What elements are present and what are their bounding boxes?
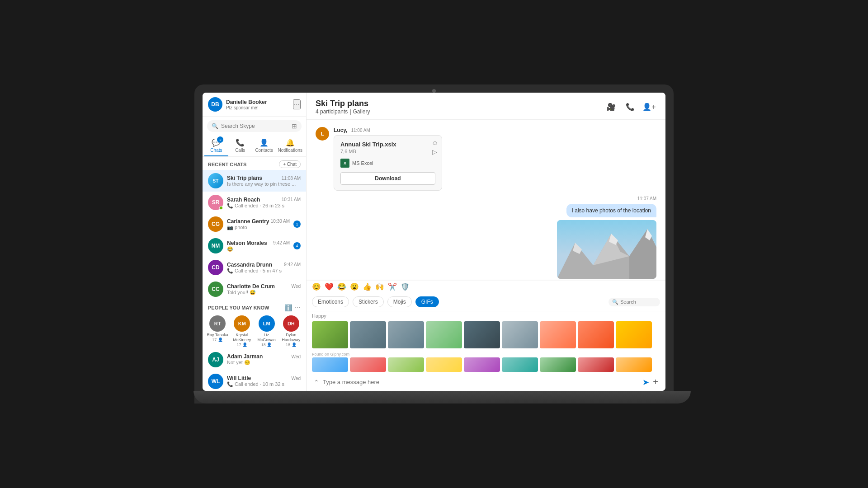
search-input[interactable] [221, 123, 289, 129]
header-actions: 🎥 📞 👤+ [604, 100, 656, 114]
people-label: PEOPLE YOU MAY KNOW [208, 305, 269, 310]
gif-item-sm-2[interactable] [350, 357, 386, 372]
chat-item-adam-jarman[interactable]: AJ Adam Jarman Wed Not yet 😔 [203, 349, 306, 371]
chat-item-ski-trip[interactable]: ST Ski Trip plans 11:08 AM Is there any … [203, 170, 306, 192]
user-avatar: DB [208, 97, 222, 112]
audio-call-button[interactable]: 📞 [623, 100, 637, 114]
reaction-heart[interactable]: ❤️ [325, 282, 334, 291]
message-input-area: ⌃ ➤ + [307, 373, 665, 391]
reaction-laugh[interactable]: 😂 [337, 282, 346, 291]
people-more-icon[interactable]: ··· [295, 304, 301, 312]
tab-mojis[interactable]: Mojis [387, 296, 412, 307]
tab-chats[interactable]: 💬 2 Chats [204, 136, 228, 156]
chat-item-charlotte-de-crum[interactable]: CC Charlotte De Crum Wed Told you!! 😅 [203, 278, 306, 300]
reaction-smiley[interactable]: 😊 [312, 282, 321, 291]
reaction-scissors[interactable]: ✂️ [388, 282, 397, 291]
grid-icon[interactable]: ⊞ [292, 122, 297, 130]
gif-item-sm-7[interactable] [540, 357, 576, 372]
gif-item-sm-9[interactable] [616, 357, 652, 372]
gif-item-9[interactable] [616, 321, 652, 348]
chat-item-nelson-morales[interactable]: NM Nelson Morales 9:42 AM 😂 4 [203, 235, 306, 257]
lucy-avatar: L [316, 127, 329, 141]
gif-search-input[interactable] [620, 299, 656, 305]
gif-item-sm-3[interactable] [388, 357, 424, 372]
gif-item-sm-1[interactable] [312, 357, 348, 372]
gif-item-6[interactable] [502, 321, 538, 348]
people-grid: RT Ray Tanaka 17 👤 KM Krystal McKinney 1… [203, 314, 306, 349]
video-call-button[interactable]: 🎥 [604, 100, 618, 114]
reaction-clap[interactable]: 🙌 [375, 282, 384, 291]
gifs-label: GIFs [421, 299, 433, 305]
sent-bubble: I also have photos of the location [566, 204, 656, 217]
tab-contacts[interactable]: 👤 Contacts [252, 136, 276, 156]
message-input[interactable] [323, 379, 639, 385]
tab-calls[interactable]: 📞 Calls [228, 136, 252, 156]
gif-item-8[interactable] [578, 321, 614, 348]
emoji-panel: 😊 ❤️ 😂 😮 👍 🙌 ✂️ 🛡️ Emoticons [307, 280, 665, 373]
chat-time-nelson-morales: 9:42 AM [273, 240, 290, 245]
gif-item-sm-5[interactable] [464, 357, 500, 372]
tab-notifications[interactable]: 🔔 Notifications [276, 136, 304, 156]
chat-avatar-ski-trip: ST [208, 173, 223, 188]
download-button[interactable]: Download [340, 172, 435, 185]
person-krystal-mckinney[interactable]: KM Krystal McKinney 17 👤 [231, 315, 253, 347]
forward-button[interactable]: ▷ [432, 148, 438, 155]
emoticons-label: Emoticons [318, 299, 343, 305]
chat-preview-sarah-roach: 📞 Call ended · 26 m 23 s [227, 203, 301, 209]
person-count-dylan-hardaway: 18 👤 [286, 343, 297, 347]
stickers-label: Stickers [359, 299, 378, 305]
webcam [432, 89, 436, 93]
file-app-name: MS Excel [352, 160, 373, 166]
reaction-thumbsup[interactable]: 👍 [363, 282, 372, 291]
chat-name-nelson-morales: Nelson Morales [227, 240, 267, 246]
gif-item-4[interactable] [426, 321, 462, 348]
chat-item-will-little[interactable]: WL Will Little Wed 📞 Call ended · 10 m 3… [203, 371, 306, 391]
person-ray-tanaka[interactable]: RT Ray Tanaka 17 👤 [206, 315, 229, 347]
file-app-row: X MS Excel [340, 159, 435, 168]
lucy-message-content: Lucy, 11:00 AM Annual Ski Trip.xslx 7,6 … [334, 127, 656, 191]
gif-item-sm-6[interactable] [502, 357, 538, 372]
gif-grid-row2 [307, 357, 665, 373]
chat-item-cassandra-drunn[interactable]: CD Cassandra Drunn 9:42 AM 📞 Call ended … [203, 257, 306, 278]
search-icon-gif: 🔍 [612, 299, 618, 305]
messages-area: L Lucy, 11:00 AM Annual Ski Trip.xslx 7,… [307, 120, 665, 280]
chat-preview-cassandra-drunn: 📞 Call ended · 5 m 47 s [227, 268, 301, 274]
new-chat-button[interactable]: + Chat [279, 160, 301, 168]
chat-name-charlotte-de-crum: Charlotte De Crum [227, 283, 275, 290]
gallery-link[interactable]: Gallery [353, 108, 370, 115]
gif-item-5[interactable] [464, 321, 500, 348]
expand-input-button[interactable]: ⌃ [314, 379, 319, 386]
profile-menu-button[interactable]: ··· [293, 99, 301, 109]
person-name-liz-mcgowan: Liz McGowan [255, 333, 278, 343]
people-section-header: PEOPLE YOU MAY KNOW ℹ️ ··· [203, 300, 306, 314]
gif-item-sm-8[interactable] [578, 357, 614, 372]
chat-item-sarah-roach[interactable]: SR Sarah Roach 10:31 AM 📞 Call ended · 2… [203, 192, 306, 213]
chat-list: ST Ski Trip plans 11:08 AM Is there any … [203, 170, 306, 391]
gif-item-sm-4[interactable] [426, 357, 462, 372]
tab-emoticons[interactable]: Emoticons [312, 296, 349, 307]
gif-item-7[interactable] [540, 321, 576, 348]
lucy-sender-row: Lucy, 11:00 AM [334, 127, 656, 133]
chat-time-adam-jarman: Wed [292, 354, 301, 359]
nav-tabs: 💬 2 Chats 📞 Calls 👤 Contacts 🔔 [203, 136, 306, 157]
emoji-reaction-button[interactable]: ☺ [432, 139, 438, 146]
chat-time-will-little: Wed [292, 376, 301, 381]
tab-gifs[interactable]: GIFs [415, 296, 439, 307]
person-dylan-hardaway[interactable]: DH Dylan Hardaway 18 👤 [280, 315, 302, 347]
reaction-shield[interactable]: 🛡️ [401, 282, 410, 291]
file-card-actions: ☺ ▷ [432, 139, 438, 155]
sent-image [557, 220, 656, 279]
tab-stickers[interactable]: Stickers [353, 296, 384, 307]
add-attachment-button[interactable]: + [653, 377, 658, 387]
gif-item-2[interactable] [350, 321, 386, 348]
lucy-sender-name: Lucy, [334, 127, 347, 133]
add-participant-button[interactable]: 👤+ [642, 100, 656, 114]
gif-item-3[interactable] [388, 321, 424, 348]
chat-item-carianne-gentry[interactable]: CG Carianne Gentry 10:30 AM 📷 photo 1 [203, 213, 306, 235]
chat-time-ski-trip: 11:08 AM [282, 176, 301, 181]
person-liz-mcgowan[interactable]: LM Liz McGowan 18 👤 [255, 315, 278, 347]
send-button[interactable]: ➤ [642, 377, 649, 387]
chat-time-cassandra-drunn: 9:42 AM [284, 262, 301, 267]
gif-item-1[interactable] [312, 321, 348, 348]
reaction-wow[interactable]: 😮 [350, 282, 359, 291]
